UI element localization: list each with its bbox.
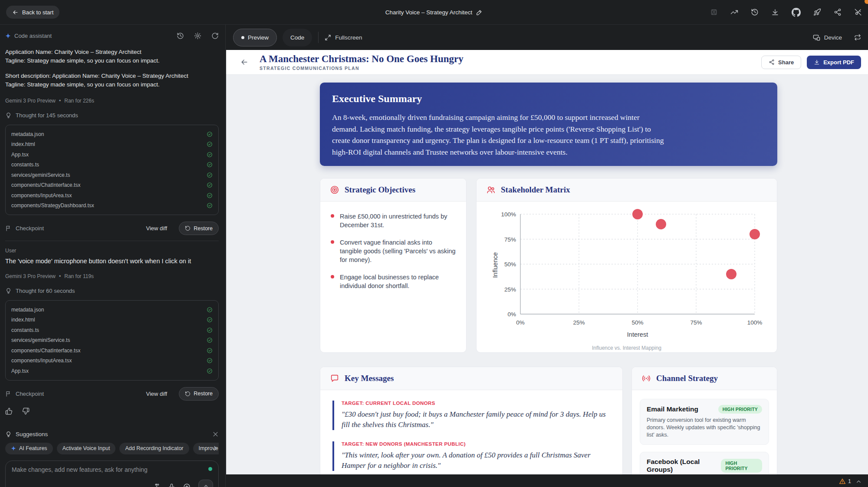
run-meta: Gemini 3 Pro Preview • Ran for 119s [5,273,219,279]
file-row[interactable]: components/InputArea.tsx [11,356,213,366]
file-row[interactable]: components/ChatInterface.tsx [11,180,213,191]
view-diff-button[interactable]: View diff [146,225,168,232]
restore-button[interactable]: Restore [179,387,219,401]
check-circle-icon [207,192,213,199]
sync-icon[interactable] [854,34,861,41]
thought-row[interactable]: Thought for 60 seconds [5,288,219,294]
intro-line: Short description: Application Name: Cha… [5,73,188,79]
tab-preview-label: Preview [248,34,269,41]
channel-item: Email Marketing HIGH PRIORITY Primary co… [640,399,769,445]
app-title-text: Charity Voice – Strategy Architect [385,9,472,16]
warning-indicator[interactable]: 1 [839,478,851,485]
broadcast-icon [641,374,651,383]
file-row[interactable]: App.tsx [11,149,213,160]
check-circle-icon [207,368,213,374]
panel-header: Code assistant [5,30,219,41]
file-row[interactable]: constants.ts [11,160,213,170]
matrix-title: Stakeholder Matrix [501,185,570,195]
thought-row[interactable]: Thought for 145 seconds [5,112,219,119]
composer-actions [153,480,213,487]
file-row[interactable]: services/geminiService.ts [11,170,213,180]
code-assistant-panel: Code assistant Application Name: Charity… [0,25,226,487]
file-row[interactable]: components/ChatInterface.tsx [11,345,213,356]
plus-circle-icon[interactable] [183,483,191,487]
file-row[interactable]: metadata.json [11,305,213,315]
intro-line: Tagline: Strategy made simple, so you ca… [5,81,160,88]
key-slash-icon[interactable] [854,8,862,16]
file-row[interactable]: services/geminiService.ts [11,335,213,346]
view-diff-button[interactable]: View diff [146,391,168,397]
file-row[interactable]: components/StrategyDashboard.tsx [11,201,213,211]
svg-text:100%: 100% [747,319,763,326]
export-pdf-button[interactable]: Export PDF [807,56,861,69]
tab-preview[interactable]: Preview [233,29,277,46]
chart-points [632,209,760,279]
trending-up-icon[interactable] [730,8,738,16]
spark-icon [5,33,11,39]
check-circle-icon [207,307,213,313]
app-window: Back to start Charity Voice – Strategy A… [0,0,868,487]
checkpoint-label: Checkpoint [16,225,44,232]
check-circle-icon [207,162,213,168]
thumbs-down-icon[interactable] [22,407,30,415]
gear-icon[interactable] [194,32,201,40]
restore-button[interactable]: Restore [179,222,219,235]
document-subtitle: STRATEGIC COMMUNICATIONS PLAN [260,66,464,71]
file-name: components/InputArea.tsx [11,358,72,364]
thumbs-up-icon[interactable] [5,407,13,415]
file-row[interactable]: index.html [11,315,213,325]
fullscreen-button[interactable]: Fullscreen [325,34,362,41]
file-row[interactable]: metadata.json [11,129,213,139]
doc-back-icon[interactable] [240,58,249,66]
objective-item: Engage local businesses to replace indiv… [331,273,456,290]
check-circle-icon [207,182,213,188]
restore-label: Restore [194,225,213,232]
send-button[interactable] [198,480,213,487]
feedback-row [5,407,219,415]
edit-title-icon[interactable] [476,9,483,16]
share-button[interactable]: Share [761,56,801,69]
channel-list: Email Marketing HIGH PRIORITY Primary co… [632,390,777,474]
file-row[interactable]: constants.ts [11,325,213,335]
chat-bubble-icon [330,374,339,383]
magic-pen-icon[interactable] [153,483,160,487]
card-header: Key Messages [320,367,622,390]
tab-code[interactable]: Code [283,29,312,46]
app-title: Charity Voice – Strategy Architect [385,9,483,16]
flag-icon [5,391,12,397]
refresh-icon[interactable] [211,32,219,40]
run-meta: Gemini 3 Pro Preview • Ran for 226s [5,98,219,104]
share-label: Share [778,59,794,66]
close-icon[interactable] [212,431,219,437]
share-icon[interactable] [834,8,842,16]
microphone-icon[interactable] [168,483,175,487]
rocket-icon[interactable] [813,8,821,16]
suggestion-chip-ai-features[interactable]: AI Features [5,443,53,454]
run-duration: Ran for 119s [64,273,94,279]
chevron-right-icon[interactable] [212,445,219,452]
preview-toolbar: Preview Code Fullscreen Device [226,25,868,50]
file-row[interactable]: index.html [11,139,213,150]
suggestion-chip[interactable]: Add Recording Indicator [119,443,189,454]
svg-text:50%: 50% [504,261,516,268]
document-body[interactable]: Executive Summary An 8-week, emotionally… [226,75,868,474]
active-dot [241,36,244,39]
restore-icon [185,225,191,231]
channel-strategy-title: Channel Strategy [656,374,718,383]
github-icon[interactable] [792,8,801,17]
status-bar: 1 [839,478,862,485]
stakeholder-matrix-card: Stakeholder Matrix 0%25%50%75%100% 0%25%… [476,178,777,353]
save-icon[interactable] [710,8,718,16]
suggestion-chip[interactable]: Activate Voice Input [57,443,116,454]
file-row[interactable]: App.tsx [11,366,213,376]
device-toggle[interactable]: Device [813,34,842,41]
share-icon [769,59,775,65]
download-icon[interactable] [771,8,779,16]
executive-summary-body: An 8-week, emotionally driven fundraisin… [332,112,666,158]
chevron-up-icon[interactable] [855,478,862,485]
file-row[interactable]: components/InputArea.tsx [11,190,213,201]
svg-text:25%: 25% [504,286,516,293]
history-icon[interactable] [177,32,184,40]
history-icon[interactable] [751,8,759,16]
back-to-start-button[interactable]: Back to start [6,6,59,19]
